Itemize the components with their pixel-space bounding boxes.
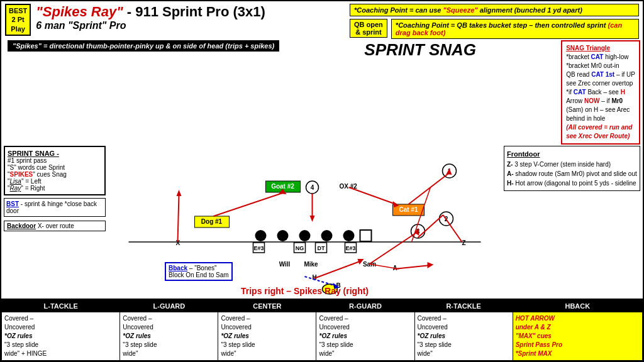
- subtitle: 6 man "Sprint" Pro: [36, 20, 345, 31]
- cell-hback: HOT ARROW under A & Z "MAX" cues Sprint …: [513, 312, 642, 361]
- left-panel: SPRINT SNAG - #1 sprint pass "S" words c…: [1, 145, 108, 299]
- snag-triangle-title: SNAG Triangle: [566, 44, 635, 53]
- svg-text:DT: DT: [318, 245, 325, 251]
- svg-line-44: [349, 187, 396, 204]
- svg-text:Dog #1: Dog #1: [201, 218, 223, 225]
- right-panel: Frontdoor Z- 3 step V-Corner (stem insid…: [501, 145, 643, 299]
- qb-open-box: QB open& sprint: [350, 19, 387, 38]
- svg-text:NG: NG: [296, 245, 304, 251]
- bst-label: BST: [6, 200, 19, 207]
- svg-marker-39: [177, 190, 182, 196]
- field-area: E#3 NG DT E#3 Will Mike Sam X H B: [108, 145, 501, 299]
- snag-line-1: *bracket CAT high-low: [566, 53, 635, 62]
- middle-section: SPRINT SNAG - #1 sprint pass "S" words c…: [1, 145, 643, 299]
- ss-line-1: #1 sprint pass: [8, 157, 102, 164]
- svg-line-57: [305, 277, 336, 286]
- snag-line-6: Arrow NOW – if Mr0: [566, 97, 635, 106]
- svg-marker-55: [428, 262, 434, 268]
- svg-text:Cat #1: Cat #1: [399, 206, 418, 213]
- svg-line-54: [394, 265, 431, 269]
- frontdoor-h: H- Hot arrow (diagonal to point 5 yds - …: [507, 178, 637, 188]
- col-header-rtackle: R-TACKLE: [414, 300, 513, 312]
- bback-box: Bback – "Bones" Block On End to Sam: [165, 262, 233, 281]
- svg-marker-43: [310, 216, 315, 222]
- svg-line-50: [370, 233, 417, 264]
- svg-line-52: [314, 261, 362, 278]
- svg-text:E#3: E#3: [253, 245, 264, 251]
- coaching-box-1: *Coaching Point = can use "Squeeze" alig…: [350, 4, 639, 16]
- svg-text:Will: Will: [279, 261, 291, 268]
- cell-center: Covered –Uncovered *OZ rules "3 step sli…: [218, 312, 316, 361]
- svg-line-48: [443, 215, 462, 242]
- snag-line-3: QB read CAT 1st – if UP: [566, 70, 635, 79]
- best-box: BEST 2 Pt Play: [5, 4, 31, 36]
- svg-point-3: [255, 230, 267, 241]
- coaching-box-2: *Coaching Point = QB takes bucket step –…: [391, 19, 639, 39]
- svg-text:E#3: E#3: [345, 245, 355, 251]
- frontdoor-box: Frontdoor Z- 3 step V-Corner (stem insid…: [504, 146, 640, 191]
- snag-line-8: behind in hole: [566, 114, 635, 123]
- snag-line-9: (All covered = run andsee Xrec Over Rout…: [566, 123, 635, 141]
- svg-rect-6: [360, 230, 372, 241]
- svg-line-46: [409, 173, 450, 204]
- col-header-lguard: L-GUARD: [120, 300, 218, 312]
- snag-line-4: see Zrec corner overtop: [566, 79, 635, 88]
- bst-text: - sprint & hinge *close back door: [6, 200, 97, 214]
- col-header-rguard: R-GUARD: [316, 300, 414, 312]
- snag-line-5: *if CAT Back – see H: [566, 88, 635, 97]
- snag-line-2: *bracket Mr0 out-in: [566, 62, 635, 70]
- bback-label: Bback: [169, 265, 187, 272]
- svg-point-2: [277, 230, 289, 241]
- ss-line-2: "S" words cue Sprint: [8, 164, 102, 171]
- col-header-hback: HBACK: [513, 300, 642, 312]
- frontdoor-z: Z- 3 step V-Corner (stem inside hard): [507, 160, 637, 169]
- backdoor-text: X- over route: [38, 222, 74, 229]
- col-header-center: CENTER: [218, 300, 316, 312]
- svg-line-40: [214, 193, 283, 216]
- svg-line-38: [178, 195, 179, 242]
- backdoor-box: Backdoor X- over route: [4, 221, 106, 231]
- cell-ltackle: Covered –Uncovered *OZ rules "3 step sli…: [2, 312, 120, 361]
- cell-lguard: Covered –Uncovered *OZ rules "3 step sli…: [120, 312, 218, 361]
- svg-text:Mike: Mike: [304, 261, 318, 268]
- snag-triangle-box: SNAG Triangle *bracket CAT high-low *bra…: [561, 40, 640, 145]
- col-header-ltackle: L-TACKLE: [2, 300, 120, 312]
- frontdoor-title: Frontdoor: [507, 149, 637, 160]
- bback-text: Block On End to Sam: [169, 272, 229, 278]
- svg-point-4: [321, 230, 333, 241]
- sprint-snag-title: SPRINT SNAG: [283, 40, 557, 60]
- svg-point-5: [343, 230, 355, 241]
- sprint-snag-info-box: SPRINT SNAG - #1 sprint pass "S" words c…: [4, 146, 106, 195]
- ss-line-4: "Lisa" = Left: [8, 178, 102, 185]
- title-area: "Spikes Ray" - 911 Sprint Pro (3x1) 6 ma…: [36, 4, 345, 31]
- ss-line-3: "SPIKES" cues Snag: [8, 171, 102, 178]
- frontdoor-a: A- shadow route (Sam Mr0) pivot and slid…: [507, 169, 637, 178]
- trips-label: Trips right – Spikes Ray (right): [241, 286, 369, 296]
- cell-rtackle: Covered –Uncovered *OZ rules "3 step sli…: [414, 312, 513, 361]
- svg-point-1: [299, 230, 311, 241]
- snag-line-7: (Sam) on H – see Arec: [566, 106, 635, 114]
- svg-text:4: 4: [311, 184, 314, 191]
- svg-text:Z: Z: [462, 239, 466, 246]
- ss-line-5: "Ray" = Right: [8, 185, 102, 192]
- cell-rguard: Covered –Uncovered *OZ rules "3 step sli…: [316, 312, 414, 361]
- main-title: "Spikes Ray" - 911 Sprint Pro (3x1): [36, 4, 265, 20]
- bst-box: BST - sprint & hinge *close back door: [4, 198, 106, 217]
- ss-title: SPRINT SNAG -: [8, 150, 102, 157]
- bback-dash: – "Bones": [189, 265, 217, 272]
- bottom-table: L-TACKLE L-GUARD CENTER R-GUARD R-TACKLE…: [1, 299, 643, 361]
- backdoor-label: Backdoor: [7, 222, 36, 229]
- svg-line-49: [418, 215, 443, 238]
- spikes-definition: "Spikes" = directional thumb-pointer-pin…: [8, 40, 279, 52]
- coaching-area: *Coaching Point = can use "Squeeze" alig…: [350, 4, 639, 39]
